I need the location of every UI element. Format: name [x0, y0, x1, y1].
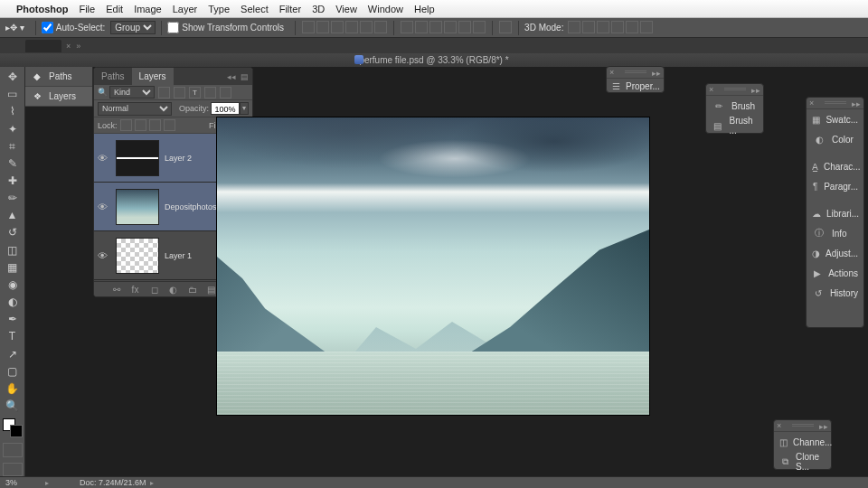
- shape-tool[interactable]: ▢: [3, 363, 23, 380]
- close-icon[interactable]: ×: [609, 68, 614, 77]
- auto-select-group[interactable]: Group: [110, 21, 156, 34]
- tab-layers[interactable]: Layers: [132, 68, 174, 85]
- marquee-tool[interactable]: ▭: [3, 86, 23, 102]
- align-icons[interactable]: [301, 21, 388, 35]
- brush-panel[interactable]: ×▸▸ ✏Brush ▤Brush ...: [705, 83, 764, 134]
- menu-window[interactable]: Window: [368, 4, 403, 14]
- properties-panel[interactable]: ×▸▸ ☰Proper...: [606, 66, 665, 93]
- flyout-icon[interactable]: ▸▸: [819, 422, 828, 431]
- filter-adjust-icon[interactable]: [174, 87, 185, 99]
- menu-file[interactable]: File: [79, 4, 95, 14]
- menu-help[interactable]: Help: [414, 4, 435, 14]
- auto-select-checkbox[interactable]: Auto-Select:: [42, 22, 105, 33]
- menubar: Photoshop File Edit Image Layer Type Sel…: [0, 0, 868, 18]
- filter-shape-icon[interactable]: [204, 87, 216, 99]
- mode3d-icons[interactable]: [567, 21, 654, 35]
- close-icon[interactable]: ×: [809, 99, 814, 108]
- channels-panel[interactable]: ×▸▸ ◫Channe... ⧉Clone S...: [773, 419, 832, 470]
- flyout-icon[interactable]: ▸▸: [652, 69, 661, 78]
- lock-trans-icon[interactable]: [120, 119, 132, 131]
- close-icon[interactable]: ×: [709, 85, 713, 94]
- wand-tool[interactable]: ✦: [3, 120, 23, 136]
- brush-tool[interactable]: ✏: [3, 190, 23, 206]
- right-panel-group[interactable]: ×▸▸ ▦Swatc... ◐Color A̲Charac... ¶Paragr…: [806, 97, 864, 328]
- opacity-dropdown[interactable]: ▾: [240, 102, 249, 115]
- lock-pos-icon[interactable]: [149, 119, 161, 131]
- blend-mode-select[interactable]: Normal: [98, 102, 172, 116]
- opacity-value[interactable]: 100%: [211, 102, 240, 115]
- menu-type[interactable]: Type: [208, 4, 230, 14]
- link-layers-icon[interactable]: ⚯: [110, 285, 122, 295]
- distribute-icons[interactable]: [400, 21, 486, 35]
- fx-icon[interactable]: fx: [129, 285, 141, 295]
- auto-align-icon[interactable]: [498, 21, 513, 35]
- gradient-tool[interactable]: ▦: [3, 259, 23, 276]
- pen-tool[interactable]: ✒: [3, 311, 23, 327]
- menu-select[interactable]: Select: [241, 4, 269, 14]
- panel-collapse-icon[interactable]: ◂◂ ▤: [227, 72, 252, 81]
- layer-thumbnail[interactable]: [116, 238, 159, 274]
- type-tool[interactable]: T: [3, 328, 23, 344]
- dodge-tool[interactable]: ◐: [3, 294, 23, 310]
- move-tool[interactable]: ✥: [3, 69, 23, 85]
- flyout-icon[interactable]: ▸▸: [852, 99, 861, 108]
- eraser-tool[interactable]: ◫: [3, 242, 23, 258]
- filter-kind-select[interactable]: Kind: [109, 86, 155, 99]
- menu-layer[interactable]: Layer: [173, 4, 198, 14]
- tab-expand-icon[interactable]: »: [76, 42, 80, 51]
- menu-filter[interactable]: Filter: [279, 4, 301, 14]
- menu-3d[interactable]: 3D: [312, 4, 325, 14]
- new-layer-icon[interactable]: ▤: [205, 285, 217, 295]
- flyout-icon[interactable]: ▸▸: [751, 86, 760, 95]
- mask-icon[interactable]: ◻: [148, 285, 160, 295]
- visibility-toggle[interactable]: 👁: [94, 153, 110, 164]
- lock-all-icon[interactable]: [164, 119, 175, 131]
- libraries-label: Librari...: [826, 209, 859, 219]
- hand-tool[interactable]: ✋: [3, 380, 23, 397]
- libraries-icon: ☁: [812, 207, 821, 220]
- lock-image-icon[interactable]: [135, 119, 146, 131]
- stamp-tool[interactable]: ▲: [3, 207, 23, 223]
- paths-panel-tab[interactable]: ◆ Paths: [25, 67, 92, 87]
- quickmask-toggle[interactable]: [3, 443, 23, 456]
- document-tab[interactable]: [25, 40, 61, 52]
- group-icon[interactable]: 🗀: [186, 285, 198, 295]
- adjustment-icon[interactable]: ◐: [167, 285, 179, 295]
- path-tool[interactable]: ↗: [3, 346, 23, 362]
- doc-info[interactable]: Doc: 7.24M/21.6M: [80, 478, 146, 487]
- visibility-toggle[interactable]: 👁: [94, 202, 110, 212]
- menu-view[interactable]: View: [335, 4, 357, 14]
- close-icon[interactable]: ×: [777, 421, 781, 430]
- menu-edit[interactable]: Edit: [106, 4, 123, 14]
- history-brush-tool[interactable]: ↺: [3, 224, 23, 240]
- visibility-toggle[interactable]: 👁: [94, 250, 110, 261]
- layers-panel-tab[interactable]: ❖ Layers: [25, 87, 92, 107]
- status-bar: 3% ▸ Doc: 7.24M/21.6M ▸: [0, 476, 868, 488]
- filter-smart-icon[interactable]: [220, 87, 231, 99]
- app-name[interactable]: Photoshop: [16, 4, 68, 14]
- zoom-value[interactable]: 3%: [5, 478, 42, 487]
- layer-name[interactable]: Layer 2: [165, 154, 192, 163]
- blur-tool[interactable]: ◉: [3, 277, 23, 293]
- background-color[interactable]: [10, 425, 23, 437]
- filter-type-icon[interactable]: T: [189, 87, 201, 99]
- layer-name[interactable]: Layer 1: [165, 251, 192, 260]
- document-canvas[interactable]: [217, 117, 649, 415]
- healing-tool[interactable]: ✚: [3, 173, 23, 189]
- layer-thumbnail[interactable]: [116, 140, 159, 176]
- lasso-tool[interactable]: ⌇: [3, 103, 23, 119]
- screenmode-toggle[interactable]: [3, 463, 23, 476]
- paragraph-icon: ¶: [812, 180, 818, 192]
- tab-close-icon[interactable]: ×: [66, 42, 71, 51]
- zoom-tool[interactable]: 🔍: [3, 398, 23, 414]
- eyedropper-tool[interactable]: ✎: [3, 155, 23, 172]
- filter-pixel-icon[interactable]: [158, 87, 170, 99]
- crop-tool[interactable]: ⌗: [3, 138, 23, 155]
- zoom-arrow-icon[interactable]: ▸: [45, 479, 49, 487]
- doc-arrow-icon[interactable]: ▸: [150, 479, 154, 487]
- tab-paths[interactable]: Paths: [94, 68, 132, 85]
- color-swatches[interactable]: [3, 418, 23, 437]
- menu-image[interactable]: Image: [134, 4, 162, 14]
- layer-thumbnail[interactable]: [116, 189, 159, 225]
- transform-controls-checkbox[interactable]: Show Transform Controls: [167, 22, 284, 33]
